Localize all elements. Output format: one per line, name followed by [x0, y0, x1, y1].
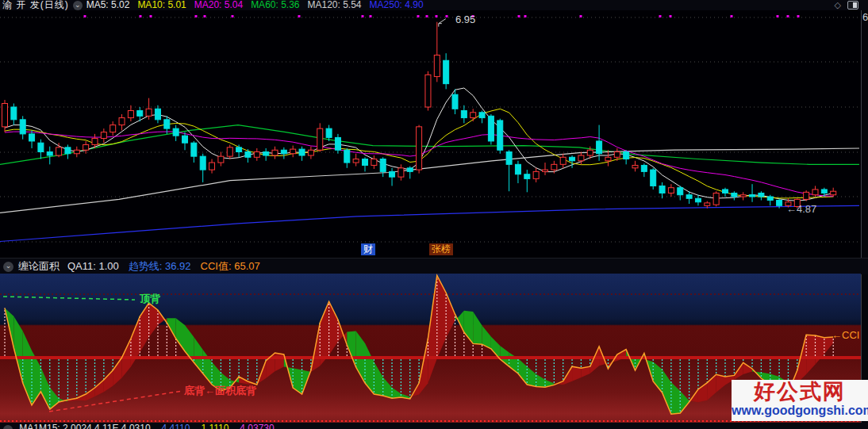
indicator-value-QA11: QA11: 1.00 — [67, 260, 119, 272]
price-axis-label: 6.9 — [862, 11, 868, 23]
bottom-divergence-label: 底背←面积底背 — [184, 384, 256, 398]
split-window-icon[interactable] — [847, 1, 858, 10]
header-right-icons: ◇ — [835, 0, 858, 10]
ma-value-ma5: MA5: 5.02 — [86, 0, 130, 10]
watermark: 好公式网 www.goodgongshi.com — [732, 380, 868, 421]
indicator-value-CCI值: CCI值: 65.07 — [201, 260, 260, 272]
price-axis[interactable]: 6.9 — [861, 10, 868, 429]
top-divergence-label: 顶背 — [140, 292, 160, 306]
indicator-value-趋势线: 趋势线: 36.92 — [129, 260, 191, 272]
clipped-segment-0: MA1M15: 2.0024 4.11E 4.0310 — [19, 423, 150, 429]
news-badge-cai[interactable]: 财 — [361, 243, 375, 255]
stock-title: 渝 开 发(日线) — [2, 0, 69, 10]
main-chart-header: 渝 开 发(日线) ⌄ MA5: 5.02MA10: 5.01MA20: 5.0… — [0, 0, 868, 10]
cci-pointer-label: ←CCI — [832, 329, 859, 341]
chevron-down-icon[interactable]: ⌄ — [3, 262, 13, 272]
diamond-icon[interactable]: ◇ — [835, 1, 841, 10]
ma-value-ma20: MA20: 5.04 — [194, 0, 243, 10]
news-badge-zhangbang[interactable]: 张榜 — [429, 243, 453, 255]
chevron-down-icon[interactable]: ⌄ — [3, 425, 13, 429]
ma-value-ma250: MA250: 4.90 — [370, 0, 424, 10]
clipped-values-row: MA1M15: 2.0024 4.11E 4.03104.41101.11104… — [19, 423, 285, 429]
indicator-values-row: QA11: 1.00趋势线: 36.92CCI值: 65.07 — [67, 259, 270, 274]
clipped-segment-1: 4.4110 — [162, 423, 190, 429]
ma-value-ma120: MA120: 5.54 — [308, 0, 362, 10]
ma-value-ma60: MA60: 5.36 — [251, 0, 299, 10]
clipped-segment-3: 4.03730 — [240, 423, 274, 429]
ma-values-row: MA5: 5.02MA10: 5.01MA20: 5.04MA60: 5.36M… — [86, 0, 432, 10]
chevron-down-icon[interactable]: ⌄ — [73, 1, 83, 10]
candlestick-chart[interactable] — [0, 10, 862, 258]
indicator-header: ⌄ 缠论面积 QA11: 1.00趋势线: 36.92CCI值: 65.07 — [0, 258, 868, 274]
candlestick-svg — [0, 10, 862, 258]
clipped-segment-2: 1.1110 — [201, 423, 229, 429]
watermark-title: 好公式网 — [732, 380, 868, 404]
indicator-name[interactable]: 缠论面积 — [18, 259, 60, 274]
high-price-annotation: 6.95 — [455, 13, 475, 25]
next-indicator-header-clipped: ⌄ MA1M15: 2.0024 4.11E 4.03104.41101.111… — [0, 423, 868, 429]
ma-value-ma10: MA10: 5.01 — [137, 0, 186, 10]
low-price-annotation: ←4.87 — [786, 203, 816, 215]
stock-app-window: 渝 开 发(日线) ⌄ MA5: 5.02MA10: 5.01MA20: 5.0… — [0, 0, 868, 429]
watermark-url: www.goodgongshi.com — [732, 404, 868, 418]
